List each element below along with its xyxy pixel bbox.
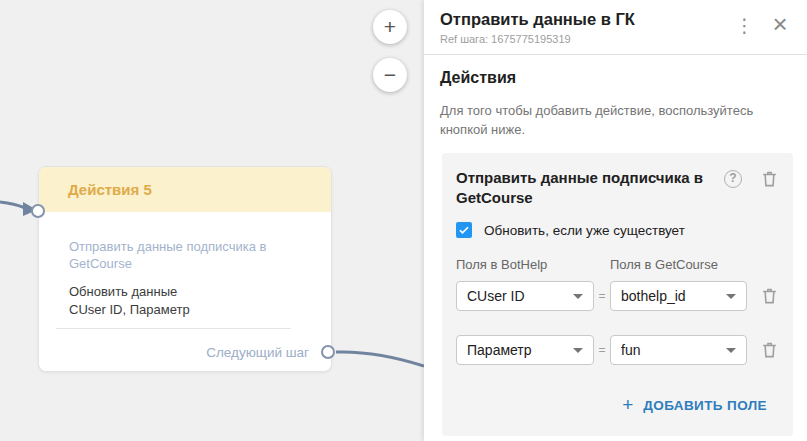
getcourse-fields-label: Поля в GetCourse [610, 257, 747, 272]
outgoing-edge [336, 352, 424, 366]
step-settings-panel: Отправить данные в ГК Ref шага: 16757751… [424, 0, 807, 441]
chevron-down-icon [726, 348, 736, 353]
field-mapping-row: CUser ID = bothelp_id [456, 281, 779, 311]
chevron-down-icon [573, 348, 583, 353]
plus-icon: + [384, 15, 396, 38]
field-mapping-row: Параметр = fun [456, 335, 779, 365]
action-card-title: Отправить данные подписчика в GetCourse [456, 168, 716, 208]
section-title: Действия [440, 69, 791, 87]
delete-row-button[interactable] [760, 286, 779, 308]
chevron-down-icon [573, 294, 583, 299]
bothelp-field-select[interactable]: Параметр [456, 335, 594, 365]
chevron-down-icon [726, 294, 736, 299]
checkbox-label[interactable]: Обновить, если уже существует [484, 223, 685, 238]
section-hint: Для того чтобы добавить действие, воспол… [440, 101, 780, 139]
delete-row-button[interactable] [760, 340, 779, 362]
zoom-in-button[interactable]: + [373, 10, 407, 44]
zoom-out-button[interactable]: − [373, 58, 407, 92]
node-output-port[interactable] [321, 345, 335, 359]
panel-title: Отправить данные в ГК [440, 10, 735, 29]
node-detail-line: Обновить данные [69, 283, 301, 301]
kebab-menu-icon[interactable]: ⋮ [735, 14, 751, 38]
node-action-title: Отправить данные подписчика в GetCourse [69, 238, 309, 272]
node-input-port[interactable] [31, 204, 45, 218]
node-title: Действия 5 [68, 181, 152, 198]
node-divider [56, 328, 291, 329]
equals-sign: = [594, 343, 610, 357]
trash-icon [760, 169, 779, 188]
getcourse-field-select[interactable]: fun [610, 335, 747, 365]
panel-header: Отправить данные в ГК Ref шага: 16757751… [424, 0, 807, 54]
plus-icon: + [622, 396, 633, 414]
update-if-exists-checkbox[interactable] [456, 222, 472, 238]
flow-canvas[interactable]: + − Действия 5 Отправить данные подписчи… [0, 0, 424, 441]
flow-node-actions[interactable]: Действия 5 Отправить данные подписчика в… [38, 166, 332, 372]
bothelp-fields-label: Поля в BotHelp [456, 257, 594, 272]
node-body: Отправить данные подписчика в GetCourse … [39, 212, 331, 329]
actions-section: Действия Для того чтобы добавить действи… [424, 55, 807, 139]
node-header[interactable]: Действия 5 [39, 167, 331, 212]
next-step-label: Следующий шаг [206, 345, 309, 360]
minus-icon: − [384, 63, 396, 86]
check-icon [458, 224, 470, 236]
add-field-button[interactable]: + ДОБАВИТЬ ПОЛЕ [622, 396, 767, 414]
node-detail-line: CUser ID, Параметр [69, 301, 301, 319]
bothelp-field-select[interactable]: CUser ID [456, 281, 594, 311]
equals-sign: = [594, 289, 610, 303]
trash-icon [760, 340, 779, 359]
delete-action-button[interactable] [760, 169, 779, 191]
action-card: Отправить данные подписчика в GetCourse … [442, 153, 793, 436]
getcourse-field-select[interactable]: bothelp_id [610, 281, 747, 311]
incoming-edge [0, 202, 25, 208]
help-icon[interactable]: ? [724, 170, 742, 188]
close-icon[interactable]: × [769, 13, 791, 35]
step-ref-id: Ref шага: 1675775195319 [440, 33, 735, 45]
trash-icon [760, 286, 779, 305]
